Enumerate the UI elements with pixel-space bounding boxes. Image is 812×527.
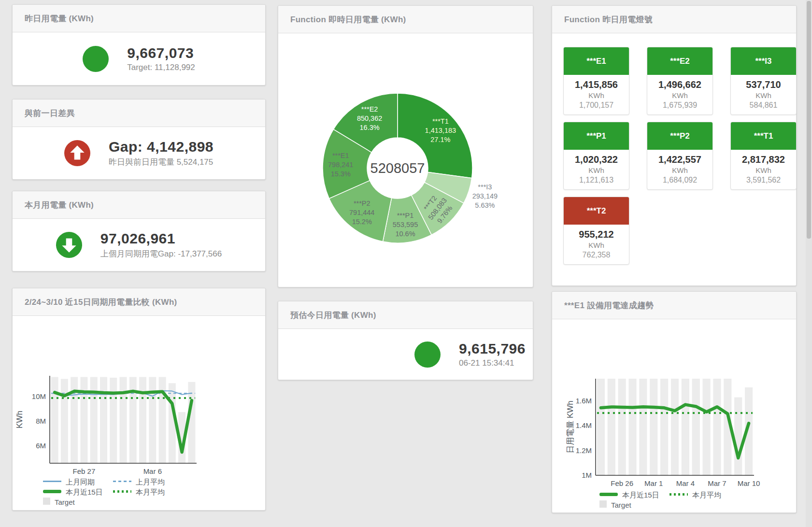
legend-item[interactable]: 本月近15日: [599, 489, 670, 500]
tile-value: 955,212: [564, 229, 629, 240]
x-tick-label: Mar 4: [676, 479, 695, 487]
panel-header: 昨日用電量 (KWh): [13, 5, 265, 32]
legend-item[interactable]: Target: [599, 499, 670, 510]
slice-label-line: 553,595: [393, 221, 418, 228]
panel-header: 預估今日用電量 (KWh): [278, 301, 533, 329]
lights-body: ***E11,415,856KWh1,700,157***E21,496,662…: [552, 33, 796, 285]
legend-row: 本月近15日本月平均: [43, 485, 183, 496]
slice-label-line: 791,444: [349, 209, 374, 216]
tile-header: ***I3: [731, 47, 796, 75]
target-bar: [671, 379, 679, 475]
tile-value: 1,422,557: [647, 154, 712, 165]
box-swatch-icon: [43, 498, 50, 505]
legend-item[interactable]: Target: [43, 496, 113, 507]
y-tick-label: 1.4M: [576, 421, 592, 429]
dashed-swatch-icon: [113, 481, 131, 482]
status-tile-P1[interactable]: ***P11,020,322KWh1,121,613: [563, 122, 629, 190]
panel-yesterday-usage: 昨日用電量 (KWh) 9,667,073 Target: 11,128,992: [12, 4, 266, 85]
legend-label: 本月近15日: [622, 490, 659, 499]
slice-label-line: 15.2%: [352, 218, 372, 226]
slice-label-line: 15.3%: [331, 170, 351, 178]
legend-item[interactable]: 本月平均: [670, 489, 740, 500]
legend-item[interactable]: 上月平均: [113, 476, 183, 487]
slice-label-line: 5.63%: [475, 201, 495, 209]
panel-header: Function 即時日用電量 (KWh): [278, 6, 533, 33]
status-tile-I3[interactable]: ***I3537,710KWh584,861: [730, 47, 797, 115]
compare-chart-legend: 上月同期上月平均本月近15日本月平均Target: [43, 475, 183, 506]
target-bar: [618, 379, 626, 475]
legend-row: 本月近15日本月平均: [599, 488, 740, 499]
tile-unit: KWh: [564, 241, 629, 249]
stat-text: Gap: 4,142,898 昨日與前日用電量 5,524,175: [109, 139, 214, 168]
target-bar: [188, 382, 195, 463]
tile-value: 537,710: [731, 79, 796, 90]
status-circle-icon: [83, 46, 109, 72]
target-bar: [660, 379, 668, 475]
tile-target-value: 762,358: [564, 251, 629, 259]
donut-center-value: 5208057: [370, 160, 425, 176]
panel-title: 2/24~3/10 近15日同期用電量比較 (KWh): [25, 297, 177, 308]
target-bar: [100, 377, 107, 463]
y-tick-label: 1.2M: [576, 446, 592, 455]
slice-label-line: 27.1%: [430, 136, 450, 143]
thick-swatch-icon: [599, 493, 618, 496]
status-tile-E1[interactable]: ***E11,415,856KWh1,700,157: [563, 47, 629, 115]
target-bar: [682, 379, 689, 475]
panel-header: 2/24~3/10 近15日同期用電量比較 (KWh): [13, 288, 265, 316]
legend-label: 本月平均: [692, 490, 721, 499]
stat-text: 9,615,796 06-21 15:34:41: [459, 341, 526, 368]
legend-row: Target: [599, 499, 740, 509]
stat-text: 9,667,073 Target: 11,128,992: [127, 45, 195, 72]
status-tile-T2[interactable]: ***T2955,212KWh762,358: [563, 197, 629, 265]
stat-value: 97,026,961: [100, 230, 222, 247]
legend-item[interactable]: 本月平均: [113, 486, 183, 497]
slice-label-line: ***P1: [397, 212, 414, 219]
target-bar: [734, 397, 742, 475]
legend-item[interactable]: 本月近15日: [43, 486, 113, 497]
tile-header: ***T1: [731, 122, 796, 150]
y-tick-label: 8M: [36, 417, 46, 425]
x-tick-label: Feb 27: [73, 467, 96, 475]
stat-value: Gap: 4,142,898: [109, 139, 214, 155]
tile-unit: KWh: [731, 91, 796, 100]
scrollbar[interactable]: [806, 0, 812, 527]
tile-header: ***E1: [564, 47, 629, 75]
target-bar: [159, 377, 166, 463]
tile-value: 2,817,832: [731, 154, 796, 165]
status-tile-P2[interactable]: ***P21,422,557KWh1,684,092: [647, 122, 713, 190]
donut-chart-svg: ***T11,413,18327.1%***I3293,1495.63%***T…: [278, 33, 532, 286]
trend-chart-svg: 1M1.2M1.4M1.6MFeb 26Mar 1Mar 4Mar 7Mar 1…: [552, 319, 795, 513]
tile-target-value: 3,591,562: [731, 176, 796, 185]
legend-item[interactable]: 上月同期: [43, 476, 113, 487]
tile-header: ***E2: [647, 47, 712, 75]
tile-unit: KWh: [647, 91, 712, 100]
panel-header: 本月用電量 (KWh): [13, 191, 265, 219]
y-tick-label: 1M: [582, 471, 592, 479]
x-tick-label: Mar 6: [143, 467, 162, 475]
stat-text: 97,026,961 上個月同期用電Gap: -17,377,566: [100, 230, 222, 259]
tile-target-value: 1,684,092: [647, 176, 712, 185]
slice-label-line: 16.3%: [360, 124, 380, 131]
slice-label-line: ***P2: [354, 199, 370, 207]
tile-unit: KWh: [647, 166, 712, 174]
arrow-down-circle-icon: [56, 232, 82, 258]
scrollbar-thumb[interactable]: [807, 1, 811, 239]
stat-body: 97,026,961 上個月同期用電Gap: -17,377,566: [13, 219, 265, 271]
legend-row: Target: [43, 496, 183, 506]
panel-title: ***E1 設備用電達成趨勢: [564, 300, 654, 311]
dashboard: 昨日用電量 (KWh) 9,667,073 Target: 11,128,992…: [0, 0, 812, 527]
legend-label: Target: [55, 498, 75, 506]
panel-header: Function 昨日用電燈號: [552, 6, 796, 33]
status-circle-icon: [414, 342, 441, 368]
panel-e1-trend-chart: ***E1 設備用電達成趨勢 1M1.2M1.4M1.6MFeb 26Mar 1…: [552, 291, 797, 513]
status-tile-T1[interactable]: ***T12,817,832KWh3,591,562: [730, 122, 797, 190]
y-tick-label: 6M: [36, 442, 46, 450]
thick-swatch-icon: [43, 490, 61, 493]
panel-title: 與前一日差異: [25, 108, 75, 119]
status-tile-E2[interactable]: ***E21,496,662KWh1,675,939: [647, 47, 713, 115]
tile-header: ***P1: [564, 122, 629, 150]
slice-label-line: ***T1: [432, 117, 449, 125]
target-bar: [597, 379, 605, 475]
tile-header: ***T2: [564, 197, 629, 225]
tile-unit: KWh: [731, 166, 796, 174]
